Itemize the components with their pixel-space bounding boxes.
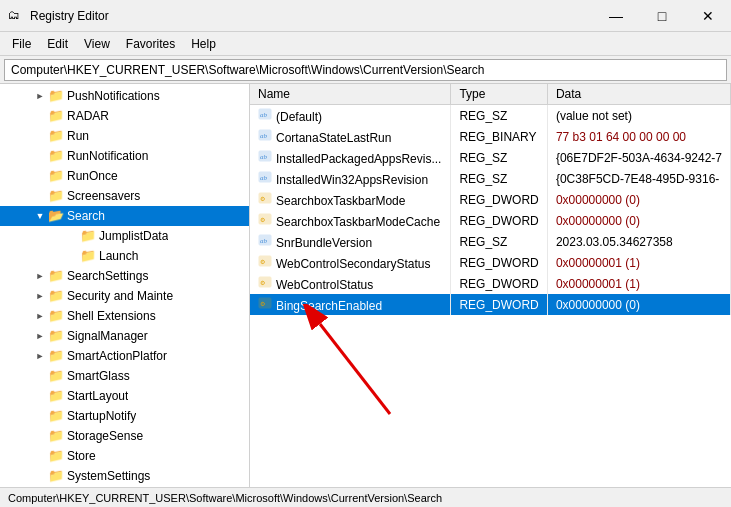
folder-icon-runnotif: 📁 (48, 148, 64, 164)
folder-icon-shellext: 📁 (48, 308, 64, 324)
cell-name-bing: ⚙BingSearchEnabled (250, 294, 451, 315)
tree-item-runonce[interactable]: 📁RunOnce (0, 166, 249, 186)
menu-file[interactable]: File (4, 35, 39, 53)
folder-icon-screensavers: 📁 (48, 188, 64, 204)
table-body: ab(Default)REG_SZ(value not set)abCortan… (250, 105, 731, 316)
tree-item-store[interactable]: 📁Store (0, 446, 249, 466)
expand-icon-radar[interactable] (32, 108, 48, 124)
expand-icon-push[interactable]: ► (32, 88, 48, 104)
tree-item-push[interactable]: ►📁PushNotifications (0, 86, 249, 106)
expand-icon-shellext[interactable]: ► (32, 308, 48, 324)
table-row-default[interactable]: ab(Default)REG_SZ(value not set) (250, 105, 731, 127)
table-row-cortana[interactable]: abCortanaStateLastRunREG_BINARY77 b3 01 … (250, 126, 731, 147)
cell-data-default: (value not set) (547, 105, 730, 127)
tree-item-taskflow[interactable]: 📁TaskFlow (0, 486, 249, 487)
tree-item-shellext[interactable]: ►📁Shell Extensions (0, 306, 249, 326)
table-row-webcontrol[interactable]: ⚙WebControlStatusREG_DWORD0x00000001 (1) (250, 273, 731, 294)
main-area: ►📁PushNotifications📁RADAR📁Run📁RunNotific… (0, 84, 731, 487)
registry-table: Name Type Data ab(Default)REG_SZ(value n… (250, 84, 731, 315)
expand-icon-search[interactable]: ▼ (32, 208, 48, 224)
expand-icon-screensavers[interactable] (32, 188, 48, 204)
cell-type-installedwin32: REG_SZ (451, 168, 548, 189)
tree-label-run: Run (67, 129, 89, 143)
tree-item-searchsettings[interactable]: ►📁SearchSettings (0, 266, 249, 286)
cell-data-installedwin32: {0C38F5CD-7E48-495D-9316- (547, 168, 730, 189)
menu-view[interactable]: View (76, 35, 118, 53)
table-row-webcontrolsec[interactable]: ⚙WebControlSecondaryStatusREG_DWORD0x000… (250, 252, 731, 273)
cell-data-bing: 0x00000000 (0) (547, 294, 730, 315)
cell-data-cortana: 77 b3 01 64 00 00 00 00 (547, 126, 730, 147)
table-row-bing[interactable]: ⚙BingSearchEnabledREG_DWORD0x00000000 (0… (250, 294, 731, 315)
tree-item-launch[interactable]: 📁Launch (0, 246, 249, 266)
expand-icon-jumplist[interactable] (64, 228, 80, 244)
tree-label-smartglass: SmartGlass (67, 369, 130, 383)
tree-item-storagesense[interactable]: 📁StorageSense (0, 426, 249, 446)
col-type[interactable]: Type (451, 84, 548, 105)
table-row-searchbox[interactable]: ⚙SearchboxTaskbarModeREG_DWORD0x00000000… (250, 189, 731, 210)
expand-icon-runonce[interactable] (32, 168, 48, 184)
tree-item-run[interactable]: 📁Run (0, 126, 249, 146)
expand-icon-startupnotify[interactable] (32, 408, 48, 424)
reg-icon-webcontrol: ⚙ (258, 275, 272, 289)
cell-name-webcontrol: ⚙WebControlStatus (250, 273, 451, 294)
tree-label-signalmgr: SignalManager (67, 329, 148, 343)
tree-item-radar[interactable]: 📁RADAR (0, 106, 249, 126)
tree-item-search[interactable]: ▼📂Search (0, 206, 249, 226)
tree-item-startlayout[interactable]: 📁StartLayout (0, 386, 249, 406)
table-row-searchboxcache[interactable]: ⚙SearchboxTaskbarModeCacheREG_DWORD0x000… (250, 210, 731, 231)
title-bar-controls: — □ ✕ (593, 0, 731, 32)
svg-text:⚙: ⚙ (260, 196, 265, 202)
tree-item-screensavers[interactable]: 📁Screensavers (0, 186, 249, 206)
expand-icon-store[interactable] (32, 448, 48, 464)
table-row-snr[interactable]: abSnrBundleVersionREG_SZ2023.03.05.34627… (250, 231, 731, 252)
address-text: Computer\HKEY_CURRENT_USER\Software\Micr… (11, 63, 485, 77)
expand-icon-startlayout[interactable] (32, 388, 48, 404)
folder-icon-smartaction: 📁 (48, 348, 64, 364)
cell-name-searchbox: ⚙SearchboxTaskbarMode (250, 189, 451, 210)
expand-icon-runnotif[interactable] (32, 148, 48, 164)
tree-label-jumplist: JumplistData (99, 229, 168, 243)
tree-label-storagesense: StorageSense (67, 429, 143, 443)
tree-item-startupnotify[interactable]: 📁StartupNotify (0, 406, 249, 426)
expand-icon-smartglass[interactable] (32, 368, 48, 384)
tree-label-radar: RADAR (67, 109, 109, 123)
svg-text:⚙: ⚙ (260, 217, 265, 223)
menu-favorites[interactable]: Favorites (118, 35, 183, 53)
close-button[interactable]: ✕ (685, 0, 731, 32)
tree-item-smartglass[interactable]: 📁SmartGlass (0, 366, 249, 386)
expand-icon-searchsettings[interactable]: ► (32, 268, 48, 284)
expand-icon-launch[interactable] (64, 248, 80, 264)
col-data[interactable]: Data (547, 84, 730, 105)
tree-item-signalmgr[interactable]: ►📁SignalManager (0, 326, 249, 346)
right-panel: Name Type Data ab(Default)REG_SZ(value n… (250, 84, 731, 487)
expand-icon-smartaction[interactable]: ► (32, 348, 48, 364)
address-bar[interactable]: Computer\HKEY_CURRENT_USER\Software\Micr… (4, 59, 727, 81)
tree-item-runnotif[interactable]: 📁RunNotification (0, 146, 249, 166)
svg-text:⚙: ⚙ (260, 301, 265, 307)
table-row-installed[interactable]: abInstalledPackagedAppsRevis...REG_SZ{06… (250, 147, 731, 168)
tree-item-jumplist[interactable]: 📁JumplistData (0, 226, 249, 246)
reg-name-text-searchboxcache: SearchboxTaskbarModeCache (276, 215, 440, 229)
minimize-button[interactable]: — (593, 0, 639, 32)
cell-name-snr: abSnrBundleVersion (250, 231, 451, 252)
expand-icon-security[interactable]: ► (32, 288, 48, 304)
table-header: Name Type Data (250, 84, 731, 105)
expand-icon-signalmgr[interactable]: ► (32, 328, 48, 344)
reg-name-text-installedwin32: InstalledWin32AppsRevision (276, 173, 428, 187)
reg-icon-default: ab (258, 107, 272, 121)
tree-item-security[interactable]: ►📁Security and Mainte (0, 286, 249, 306)
registry-table-container[interactable]: Name Type Data ab(Default)REG_SZ(value n… (250, 84, 731, 487)
expand-icon-systemsettings[interactable] (32, 468, 48, 484)
expand-icon-storagesense[interactable] (32, 428, 48, 444)
table-row-installedwin32[interactable]: abInstalledWin32AppsRevisionREG_SZ{0C38F… (250, 168, 731, 189)
tree-item-systemsettings[interactable]: 📁SystemSettings (0, 466, 249, 486)
cell-type-installed: REG_SZ (451, 147, 548, 168)
reg-icon-bing: ⚙ (258, 296, 272, 310)
cell-type-default: REG_SZ (451, 105, 548, 127)
tree-item-smartaction[interactable]: ►📁SmartActionPlatfor (0, 346, 249, 366)
col-name[interactable]: Name (250, 84, 451, 105)
menu-edit[interactable]: Edit (39, 35, 76, 53)
menu-help[interactable]: Help (183, 35, 224, 53)
expand-icon-run[interactable] (32, 128, 48, 144)
maximize-button[interactable]: □ (639, 0, 685, 32)
